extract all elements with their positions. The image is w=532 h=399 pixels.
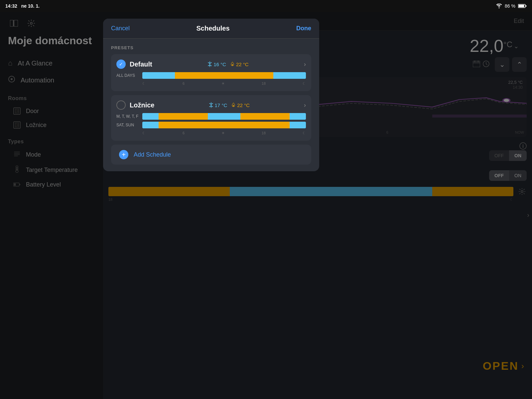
loznice-time-bar-1 bbox=[142, 113, 306, 120]
battery-icon bbox=[518, 4, 527, 8]
default-time-labels: ☾ 6 ☀ 18 ☾ bbox=[116, 80, 306, 86]
loznice-bar1-seg3 bbox=[208, 113, 240, 120]
loznice-days-2: SAT, SUN bbox=[116, 123, 140, 127]
status-bar-right: 86 % bbox=[496, 3, 527, 9]
svg-rect-2 bbox=[526, 5, 527, 7]
loznice-days-1: M, T, W, T, F bbox=[116, 114, 140, 119]
loznice-tl-sun: ☀ bbox=[221, 131, 225, 135]
modal-header: Cancel Schedules Done bbox=[103, 19, 319, 39]
schedule-loznice-temps: 17 °C 22 °C bbox=[209, 102, 250, 108]
time-display: 14:32 bbox=[5, 3, 17, 9]
schedule-default-name-row: ✓ Default bbox=[116, 60, 152, 69]
schedule-loznice-header: Ložnice 17 °C 22 °C bbox=[116, 100, 306, 110]
wifi-icon bbox=[496, 4, 502, 8]
schedule-default-temps: 16 °C 22 °C bbox=[207, 61, 248, 67]
schedule-default-heat: 22 °C bbox=[230, 61, 249, 67]
loznice-tl-18: 18 bbox=[262, 131, 266, 135]
schedule-loznice-name: Ložnice bbox=[130, 101, 154, 109]
default-bar-seg-3 bbox=[273, 72, 306, 79]
loznice-bar2-seg3 bbox=[290, 122, 306, 128]
default-tl-sun: ☀ bbox=[221, 81, 225, 86]
add-schedule-label: Add Schedule bbox=[134, 151, 171, 158]
presets-label: PRESETS bbox=[111, 45, 311, 50]
schedule-default-chevron[interactable]: › bbox=[304, 61, 306, 68]
loznice-tl-moon1: ☾ bbox=[142, 131, 146, 135]
loznice-tl-moon2: ☾ bbox=[303, 131, 306, 135]
loznice-bar2-seg2 bbox=[159, 122, 290, 128]
schedule-item-loznice: Ložnice 17 °C 22 °C bbox=[111, 95, 311, 141]
default-tl-6: 6 bbox=[183, 81, 185, 86]
schedule-default-cool: 16 °C bbox=[207, 61, 226, 67]
default-time-bar-row: ALL DAYS bbox=[116, 72, 306, 79]
loznice-bar1-seg4 bbox=[240, 113, 290, 120]
status-bar: 14:32 ne 10. 1. 86 % bbox=[0, 0, 532, 12]
checkmark-icon: ✓ bbox=[119, 62, 123, 67]
loznice-bar2-seg1 bbox=[142, 122, 159, 128]
loznice-bar1-seg2 bbox=[159, 113, 208, 120]
default-days-label: ALL DAYS bbox=[116, 73, 140, 78]
loznice-bar1-seg1 bbox=[142, 113, 159, 120]
cancel-button[interactable]: Cancel bbox=[111, 25, 130, 32]
loznice-time-labels: ☾ 6 ☀ 18 ☾ bbox=[116, 130, 306, 135]
date-display: ne 10. 1. bbox=[21, 3, 40, 9]
default-bar-seg-2 bbox=[175, 72, 273, 79]
schedule-default-name: Default bbox=[130, 61, 152, 68]
loznice-bar-row-2: SAT, SUN bbox=[116, 122, 306, 128]
schedule-loznice-name-row: Ložnice bbox=[116, 100, 154, 110]
default-tl-moon1: ☾ bbox=[142, 81, 146, 86]
loznice-tl-6: 6 bbox=[183, 131, 185, 135]
modal-title: Schedules bbox=[196, 25, 229, 32]
schedule-default-header: ✓ Default 16 °C bbox=[116, 60, 306, 69]
status-bar-left: 14:32 ne 10. 1. bbox=[5, 3, 40, 9]
schedule-item-default: ✓ Default 16 °C bbox=[111, 54, 311, 91]
default-time-bar bbox=[142, 72, 306, 79]
default-bar-seg-1 bbox=[142, 72, 175, 79]
schedule-loznice-chevron[interactable]: › bbox=[304, 102, 306, 109]
default-tl-18: 18 bbox=[262, 81, 266, 86]
battery-percent: 86 % bbox=[505, 3, 515, 9]
svg-rect-1 bbox=[519, 5, 524, 7]
loznice-time-bar-2 bbox=[142, 122, 306, 128]
modal-body: PRESETS ✓ Default 16 °C bbox=[103, 39, 319, 171]
schedule-loznice-radio[interactable] bbox=[116, 100, 126, 110]
schedule-loznice-heat: 22 °C bbox=[231, 102, 250, 108]
schedule-default-radio[interactable]: ✓ bbox=[116, 60, 126, 69]
schedule-loznice-cool: 17 °C bbox=[209, 102, 227, 108]
loznice-bar-row-1: M, T, W, T, F bbox=[116, 113, 306, 120]
add-circle-icon: + bbox=[119, 150, 128, 159]
schedules-modal: Cancel Schedules Done PRESETS ✓ Default bbox=[103, 19, 319, 171]
add-schedule-button[interactable]: + Add Schedule bbox=[111, 145, 311, 165]
done-button[interactable]: Done bbox=[296, 25, 311, 32]
default-tl-moon2: ☾ bbox=[303, 81, 306, 86]
loznice-bar1-seg5 bbox=[290, 113, 306, 120]
